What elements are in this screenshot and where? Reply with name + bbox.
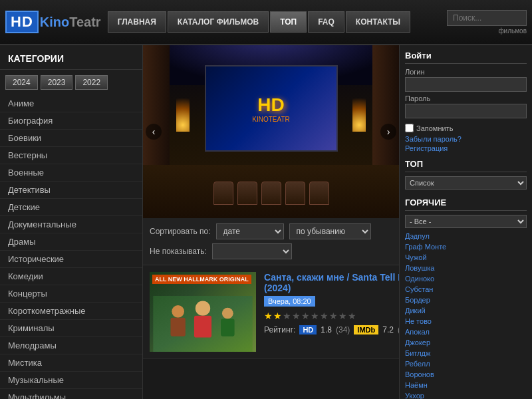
sidebar-item-musical[interactable]: Музыкальные <box>0 372 142 389</box>
hot-item-13[interactable]: Воронов <box>405 369 527 380</box>
hd-logo-banner: HD KINOTEATR <box>252 94 289 123</box>
star-2[interactable]: ★ <box>273 311 282 321</box>
nav-main[interactable]: ГЛАВНАЯ <box>108 11 166 33</box>
remember-label: Запомнить <box>416 124 453 132</box>
forgot-link[interactable]: Забыли пароль? <box>405 135 527 143</box>
search-input[interactable] <box>447 10 527 26</box>
hot-item-15[interactable]: Укхор <box>405 390 527 399</box>
top-select[interactable]: Список <box>405 176 527 190</box>
hot-item-4[interactable]: Одиноко <box>405 273 527 284</box>
hot-item-9[interactable]: Апокал <box>405 327 527 337</box>
hot-item-2[interactable]: Чужой <box>405 252 527 263</box>
main-layout: КАТЕГОРИИ 2024 2023 2022 Аниме Биография… <box>0 45 532 399</box>
star-4[interactable]: ★ <box>292 311 301 321</box>
hot-item-10[interactable]: Джокер <box>405 337 527 348</box>
sidebar-item-historical[interactable]: Исторические <box>0 251 142 268</box>
sidebar-item-comedy[interactable]: Комедии <box>0 268 142 285</box>
search-hint: фильмов <box>498 27 527 35</box>
sidebar-item-action[interactable]: Боевики <box>0 130 142 147</box>
sidebar-item-short[interactable]: Короткометражные <box>0 303 142 320</box>
sort-bar: Сортировать по: дате рейтингу просмотрам… <box>143 218 399 265</box>
star-7[interactable]: ★ <box>320 311 329 321</box>
sidebar-item-drama[interactable]: Драмы <box>0 233 142 251</box>
sidebar-item-children[interactable]: Детские <box>0 199 142 216</box>
hide-select[interactable] <box>212 243 292 259</box>
hot-item-12[interactable]: Ребелл <box>405 358 527 369</box>
logo-hd: HD <box>5 11 39 33</box>
svg-rect-6 <box>221 319 235 336</box>
svg-point-3 <box>196 301 210 315</box>
logo[interactable]: HD KinoTeatr <box>5 11 101 33</box>
sidebar-item-melodrama[interactable]: Мелодрамы <box>0 337 142 354</box>
theater-bg: HD KINOTEATR <box>143 45 399 218</box>
star-3[interactable]: ★ <box>283 311 291 321</box>
hot-item-8[interactable]: Не тово <box>405 316 527 327</box>
nav-contacts[interactable]: КОНТАКТЫ <box>346 11 410 33</box>
year-btn-2024[interactable]: 2024 <box>5 75 38 90</box>
banner-prev[interactable]: ‹ <box>146 124 162 140</box>
seat-4 <box>285 182 305 205</box>
year-btn-2023[interactable]: 2023 <box>41 75 73 90</box>
star-5[interactable]: ★ <box>301 311 310 321</box>
sidebar-title: КАТЕГОРИИ <box>0 51 142 70</box>
sidebar-item-military[interactable]: Военные <box>0 164 142 182</box>
top-title: ТОП <box>405 159 527 172</box>
pass-label: Пароль <box>405 94 527 102</box>
star-1[interactable]: ★ <box>264 311 273 321</box>
hot-item-7[interactable]: Дикий <box>405 305 527 316</box>
movie-info: Санта, скажи мне / Santa Tell Me (2024) … <box>264 272 399 352</box>
banner-area: HD KINOTEATR ‹ › <box>143 45 399 218</box>
nav-top[interactable]: ТОП <box>270 11 307 33</box>
hot-item-6[interactable]: Бордер <box>405 295 527 305</box>
hot-item-3[interactable]: Ловушка <box>405 263 527 273</box>
seat-1 <box>213 182 233 205</box>
sidebar-item-western[interactable]: Вестерны <box>0 147 142 164</box>
movie-title[interactable]: Санта, скажи мне / Santa Tell Me (2024) <box>264 272 399 293</box>
hot-item-14[interactable]: Наёмн <box>405 380 527 390</box>
sidebar-item-concerts[interactable]: Концерты <box>0 285 142 303</box>
svg-point-1 <box>172 305 184 318</box>
hot-item-5[interactable]: Субстан <box>405 284 527 295</box>
svg-rect-4 <box>194 316 211 338</box>
main-nav: ГЛАВНАЯ КАТАЛОГ ФИЛЬМОВ ТОП FAQ КОНТАКТЫ <box>108 11 442 33</box>
seat-2 <box>237 182 257 205</box>
hot-item-0[interactable]: Дэдпул <box>405 231 527 241</box>
sidebar-item-anime[interactable]: Аниме <box>0 95 142 112</box>
hot-item-11[interactable]: Битлдж <box>405 348 527 358</box>
remember-row: Запомнить <box>405 124 527 132</box>
hd-rating: 1.8 <box>321 325 332 334</box>
register-link[interactable]: Регистрация <box>405 144 527 152</box>
banner-next[interactable]: › <box>380 124 396 140</box>
sidebar-item-cartoon[interactable]: Мультфильмы <box>0 389 142 399</box>
login-input[interactable] <box>405 77 527 92</box>
svg-point-5 <box>222 308 233 319</box>
sidebar-item-biography[interactable]: Биография <box>0 112 142 130</box>
hot-item-1[interactable]: Граф Монте <box>405 241 527 252</box>
sort-row-2: Не показывать: <box>150 243 392 259</box>
star-10[interactable]: ★ <box>348 311 356 321</box>
sort-select[interactable]: дате рейтингу просмотрам <box>216 223 284 239</box>
star-6[interactable]: ★ <box>311 311 319 321</box>
movie-poster[interactable]: ALL NEW HALLMARK ORIGINAL <box>150 272 256 352</box>
screen: HD KINOTEATR <box>205 65 338 152</box>
password-input[interactable] <box>405 104 527 118</box>
sort-label: Сортировать по: <box>150 227 211 236</box>
poster-svg <box>150 296 256 352</box>
sidebar-item-mystery[interactable]: Мистика <box>0 354 142 372</box>
star-8[interactable]: ★ <box>329 311 338 321</box>
remember-checkbox[interactable] <box>405 124 414 132</box>
nav-faq[interactable]: FAQ <box>308 11 344 33</box>
seat-5 <box>309 182 329 205</box>
hot-select[interactable]: - Все - <box>405 215 527 228</box>
sidebar-item-documentary[interactable]: Документальные <box>0 216 142 233</box>
year-btn-2022[interactable]: 2022 <box>75 75 108 90</box>
header: HD KinoTeatr ГЛАВНАЯ КАТАЛОГ ФИЛЬМОВ ТОП… <box>0 0 532 45</box>
order-select[interactable]: по убыванию по возрастанию <box>289 223 371 239</box>
sidebar-item-detective[interactable]: Детективы <box>0 182 142 199</box>
seat-row <box>143 182 399 205</box>
sort-row-1: Сортировать по: дате рейтингу просмотрам… <box>150 223 392 239</box>
nav-catalog[interactable]: КАТАЛОГ ФИЛЬМОВ <box>168 11 269 33</box>
year-buttons: 2024 2023 2022 <box>0 72 142 95</box>
sidebar-item-crime[interactable]: Криминалы <box>0 320 142 337</box>
star-9[interactable]: ★ <box>338 311 347 321</box>
